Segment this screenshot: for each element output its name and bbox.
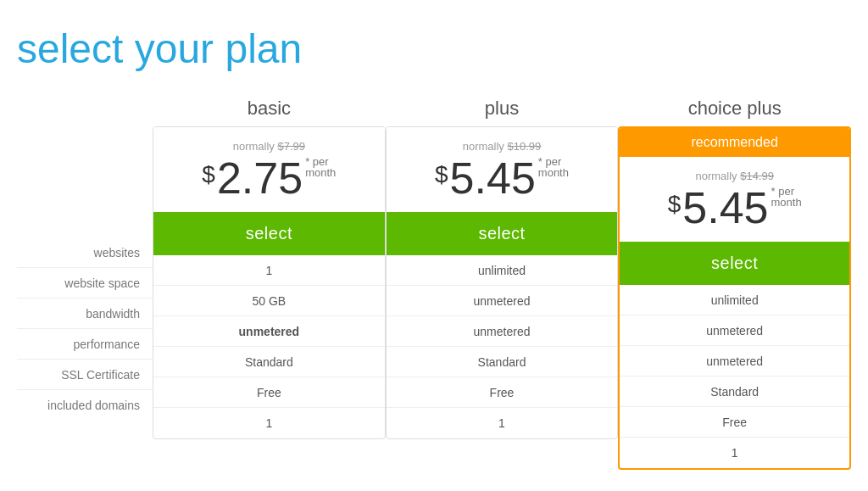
plan-card-choice-plus: recommendednormally $14.99$ 5.45* permon… xyxy=(618,126,851,470)
original-price: $10.99 xyxy=(508,140,542,153)
feature-value: Free xyxy=(153,377,385,408)
feature-value: Free xyxy=(387,377,618,408)
feature-value: 1 xyxy=(153,408,385,438)
feature-value: unmetered xyxy=(620,346,849,377)
normally-text: normally $7.99 xyxy=(162,140,376,153)
price-amount: 5.45 xyxy=(682,186,768,230)
feature-value: 1 xyxy=(620,438,849,468)
feature-value: Standard xyxy=(620,377,849,407)
plan-wrapper-choice-plus: choice plusrecommendednormally $14.99$ 5… xyxy=(618,98,851,470)
price-amount: 5.45 xyxy=(450,156,536,200)
feature-label: website space xyxy=(17,268,153,299)
original-price: $7.99 xyxy=(277,140,305,153)
plan-features-basic: 150 GBunmeteredStandardFree1 xyxy=(153,255,385,438)
feature-value: 1 xyxy=(153,255,385,286)
feature-value: Standard xyxy=(153,347,385,377)
price-dollar-sign: $ xyxy=(435,163,448,187)
select-button-basic[interactable]: select xyxy=(153,212,385,255)
select-button-plus[interactable]: select xyxy=(387,212,618,255)
price-main: $ 5.45* permonth xyxy=(628,186,841,230)
price-main: $ 2.75* permonth xyxy=(162,156,376,200)
original-price: $14.99 xyxy=(740,170,774,182)
feature-value: Free xyxy=(620,407,849,438)
normally-text: normally $14.99 xyxy=(628,170,841,182)
plan-wrapper-basic: basicnormally $7.99$ 2.75* permonthselec… xyxy=(153,98,386,470)
period: month xyxy=(305,167,336,178)
feature-value: unlimited xyxy=(620,285,849,315)
plan-wrapper-plus: plusnormally $10.99$ 5.45* permonthselec… xyxy=(386,98,619,470)
plan-card-basic: normally $7.99$ 2.75* permonthselect150 … xyxy=(153,126,386,439)
plans-layout: websiteswebsite spacebandwidthperformanc… xyxy=(17,98,851,470)
page-title: select your plan xyxy=(17,25,851,72)
plan-pricing-plus: normally $10.99$ 5.45* permonth xyxy=(387,127,618,212)
feature-value: unmetered xyxy=(153,316,385,347)
feature-value: unlimited xyxy=(387,255,618,286)
period: month xyxy=(538,167,569,178)
recommended-badge: recommended xyxy=(620,128,849,157)
page-container: select your plan websiteswebsite spaceba… xyxy=(0,0,868,487)
feature-value: unmetered xyxy=(387,316,618,347)
plan-features-choice-plus: unlimitedunmeteredunmeteredStandardFree1 xyxy=(620,285,849,468)
feature-value: 1 xyxy=(387,408,618,438)
plan-card-plus: normally $10.99$ 5.45* permonthselectunl… xyxy=(386,126,619,439)
price-amount: 2.75 xyxy=(217,156,303,200)
price-suffix: * permonth xyxy=(771,186,802,212)
price-dollar-sign: $ xyxy=(668,192,682,216)
feature-value: Standard xyxy=(387,347,618,377)
price-main: $ 5.45* permonth xyxy=(395,156,609,200)
plans-area: basicnormally $7.99$ 2.75* permonthselec… xyxy=(153,98,851,470)
period: month xyxy=(771,197,802,208)
feature-label: SSL Certificate xyxy=(17,360,153,390)
select-button-choice-plus[interactable]: select xyxy=(620,242,849,285)
feature-value: 50 GB xyxy=(153,286,385,316)
feature-label: websites xyxy=(17,237,153,268)
feature-label: included domains xyxy=(17,390,153,421)
price-suffix: * permonth xyxy=(538,156,569,182)
feature-value: unmetered xyxy=(620,315,849,346)
plan-name-choice-plus: choice plus xyxy=(688,98,782,120)
plan-name-basic: basic xyxy=(248,98,291,120)
normally-text: normally $10.99 xyxy=(395,140,609,153)
feature-label: bandwidth xyxy=(17,299,153,329)
plan-features-plus: unlimitedunmeteredunmeteredStandardFree1 xyxy=(387,255,618,438)
plan-name-plus: plus xyxy=(485,98,519,120)
feature-value: unmetered xyxy=(387,286,618,316)
price-suffix: * permonth xyxy=(305,156,336,182)
plan-pricing-choice-plus: normally $14.99$ 5.45* permonth xyxy=(620,157,849,242)
plan-pricing-basic: normally $7.99$ 2.75* permonth xyxy=(153,127,385,212)
feature-labels-column: websiteswebsite spacebandwidthperformanc… xyxy=(17,98,153,421)
price-dollar-sign: $ xyxy=(202,163,215,187)
feature-label: performance xyxy=(17,329,153,360)
